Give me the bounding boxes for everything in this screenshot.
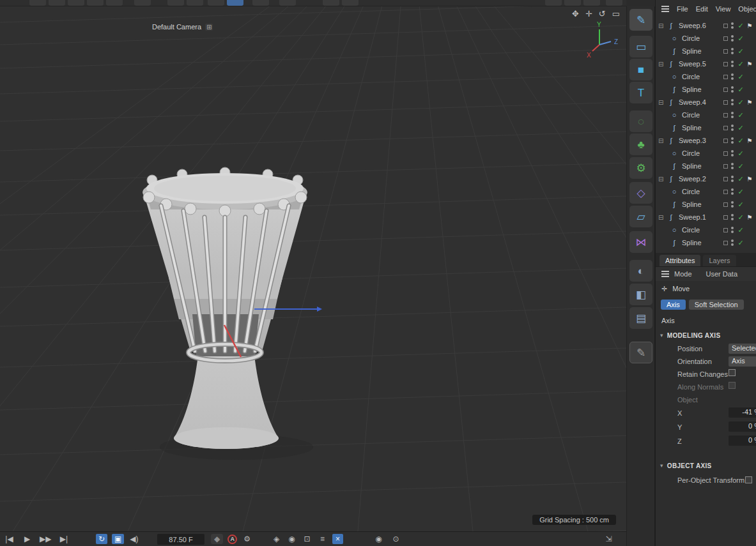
visibility-dots-icon[interactable] xyxy=(731,22,734,29)
menu-burger-icon[interactable] xyxy=(661,8,669,10)
layer-swatch-icon[interactable] xyxy=(723,62,728,66)
layer-swatch-icon[interactable] xyxy=(723,139,728,143)
drum-model[interactable] xyxy=(143,167,313,460)
visibility-dots-icon[interactable] xyxy=(731,86,734,93)
axis-x-field[interactable]: -41 % xyxy=(729,407,756,418)
expander-icon[interactable]: ⊟ xyxy=(658,137,667,144)
visibility-dots-icon[interactable] xyxy=(731,163,734,169)
layer-swatch-icon[interactable] xyxy=(723,49,728,54)
layer-swatch-icon[interactable] xyxy=(723,75,728,79)
solo-button[interactable]: ⊙ xyxy=(390,535,401,543)
menu-objects[interactable]: Objects xyxy=(738,5,756,13)
toolbar-icon-partial[interactable] xyxy=(68,0,84,6)
layer-swatch-icon[interactable] xyxy=(723,151,728,156)
layer-swatch-icon[interactable] xyxy=(723,190,728,194)
tag-flag-icon[interactable]: ⚑ xyxy=(744,99,755,106)
record-parameter-button[interactable]: ≡ xyxy=(317,535,328,543)
tag-flag-icon[interactable]: ⚑ xyxy=(744,137,755,144)
toolbar-icon-partial[interactable] xyxy=(279,0,296,6)
visibility-dots-icon[interactable] xyxy=(731,150,734,156)
toolbar-icon-partial[interactable] xyxy=(134,0,151,6)
visibility-dots-icon[interactable] xyxy=(731,176,734,182)
visibility-dots-icon[interactable] xyxy=(731,112,734,118)
record-position-button[interactable]: ◈ xyxy=(271,535,282,543)
keyframe-button[interactable]: ◆ xyxy=(211,534,223,544)
visibility-dots-icon[interactable] xyxy=(731,61,734,67)
expander-icon[interactable]: ⊟ xyxy=(658,61,667,68)
tab-layers[interactable]: Layers xyxy=(703,255,736,266)
stage-object-tool[interactable]: ▤ xyxy=(629,307,652,329)
generator-gear-tool[interactable]: ⚙ xyxy=(629,157,652,179)
preview-range-button[interactable]: ▣ xyxy=(112,534,124,544)
chevron-down-icon[interactable]: ▾ xyxy=(660,332,663,338)
enabled-check-icon[interactable]: ✓ xyxy=(737,188,744,196)
current-frame-field[interactable]: 87.50 F xyxy=(157,534,204,545)
object-row-circle[interactable]: ○Circle✓ xyxy=(656,185,756,198)
pencil-edit-tool[interactable]: ✎ xyxy=(629,342,652,363)
toolbar-icon-partial[interactable] xyxy=(187,0,203,6)
enabled-check-icon[interactable]: ✓ xyxy=(737,22,744,30)
object-row-circle[interactable]: ○Circle✓ xyxy=(656,224,756,236)
visibility-dots-icon[interactable] xyxy=(731,73,734,80)
tab-attributes[interactable]: Attributes xyxy=(660,255,700,266)
enabled-check-icon[interactable]: ✓ xyxy=(737,201,744,209)
array-generator-tool[interactable]: ♣ xyxy=(629,133,652,155)
enabled-check-icon[interactable]: ✓ xyxy=(737,226,744,234)
layer-swatch-icon[interactable] xyxy=(723,100,728,105)
record-scale-button[interactable]: ⊡ xyxy=(302,535,312,543)
toolbar-icon-partial[interactable] xyxy=(208,0,224,6)
enabled-check-icon[interactable]: ✓ xyxy=(737,162,744,171)
position-dropdown[interactable]: Selected xyxy=(729,344,756,354)
go-to-start-button[interactable]: |◀ xyxy=(4,535,15,543)
record-rotation-button[interactable]: ◉ xyxy=(286,535,297,543)
menu-view[interactable]: View xyxy=(716,5,731,13)
toolbar-icon-partial[interactable] xyxy=(29,0,46,6)
floor-environment-tool[interactable]: ◐ xyxy=(629,260,652,282)
enabled-check-icon[interactable]: ✓ xyxy=(737,213,744,222)
toolbar-icon-partial[interactable] xyxy=(606,0,622,6)
expander-icon[interactable]: ⊟ xyxy=(658,22,667,29)
viewport-3d[interactable]: Default Camera ⊞ ✥✛↺▭ Y Z X Grid Spacing… xyxy=(0,6,626,531)
object-row-spline[interactable]: ʃSpline✓ xyxy=(656,198,756,211)
axis-z-field[interactable]: 0 % xyxy=(729,436,756,446)
mode-burger-icon[interactable] xyxy=(661,273,669,275)
camera-menu-icon[interactable]: ⊞ xyxy=(205,24,213,31)
object-row-spline[interactable]: ʃSpline✓ xyxy=(656,121,756,134)
layer-swatch-icon[interactable] xyxy=(723,126,728,130)
frame-view-icon[interactable]: ▭ xyxy=(612,9,620,19)
visibility-dots-icon[interactable] xyxy=(731,201,734,208)
toolbar-icon-partial[interactable] xyxy=(227,0,243,6)
expander-icon[interactable]: ⊟ xyxy=(658,176,667,183)
expander-icon[interactable]: ⊟ xyxy=(658,99,667,106)
enabled-check-icon[interactable]: ✓ xyxy=(737,86,744,94)
mirror-tool[interactable]: ⋈ xyxy=(629,231,652,253)
layer-swatch-icon[interactable] xyxy=(723,87,728,92)
record-active-objects-button[interactable]: × xyxy=(332,534,343,544)
visibility-dots-icon[interactable] xyxy=(731,227,734,233)
visibility-dots-icon[interactable] xyxy=(731,48,734,54)
soft-selection-button[interactable]: Soft Selection xyxy=(689,300,744,310)
motext-tool[interactable]: T xyxy=(629,82,652,103)
visibility-dots-icon[interactable] xyxy=(731,125,734,131)
subdivision-surface-tool[interactable]: ◌ xyxy=(629,110,652,132)
enabled-check-icon[interactable]: ✓ xyxy=(737,149,744,158)
camera-label[interactable]: Default Camera ⊞ xyxy=(152,23,213,31)
workplane-tool[interactable]: ▱ xyxy=(629,206,652,227)
object-axis-header[interactable]: ▾ OBJECT AXIS xyxy=(656,459,756,473)
primitive-cube-tool[interactable]: ■ xyxy=(629,59,652,80)
retain-changes-checkbox[interactable] xyxy=(729,369,736,376)
camera-object-tool[interactable]: ◧ xyxy=(629,284,652,305)
enabled-check-icon[interactable]: ✓ xyxy=(737,111,744,119)
keying-settings-button[interactable]: ⚙ xyxy=(242,535,252,543)
object-row-sweep.3[interactable]: ⊟∫Sweep.3✓⚑ xyxy=(656,134,756,147)
layer-swatch-icon[interactable] xyxy=(723,164,728,169)
layer-swatch-icon[interactable] xyxy=(723,113,728,118)
object-row-sweep.4[interactable]: ⊟∫Sweep.4✓⚑ xyxy=(656,96,756,109)
expander-icon[interactable]: ⊟ xyxy=(658,214,667,221)
toolbar-icon-partial[interactable] xyxy=(583,0,600,6)
visibility-dots-icon[interactable] xyxy=(731,214,734,220)
visibility-dots-icon[interactable] xyxy=(731,239,734,246)
play-every-frame-button[interactable]: ▶▶ xyxy=(40,535,51,543)
object-row-circle[interactable]: ○Circle✓ xyxy=(656,147,756,160)
object-row-circle[interactable]: ○Circle✓ xyxy=(656,109,756,121)
